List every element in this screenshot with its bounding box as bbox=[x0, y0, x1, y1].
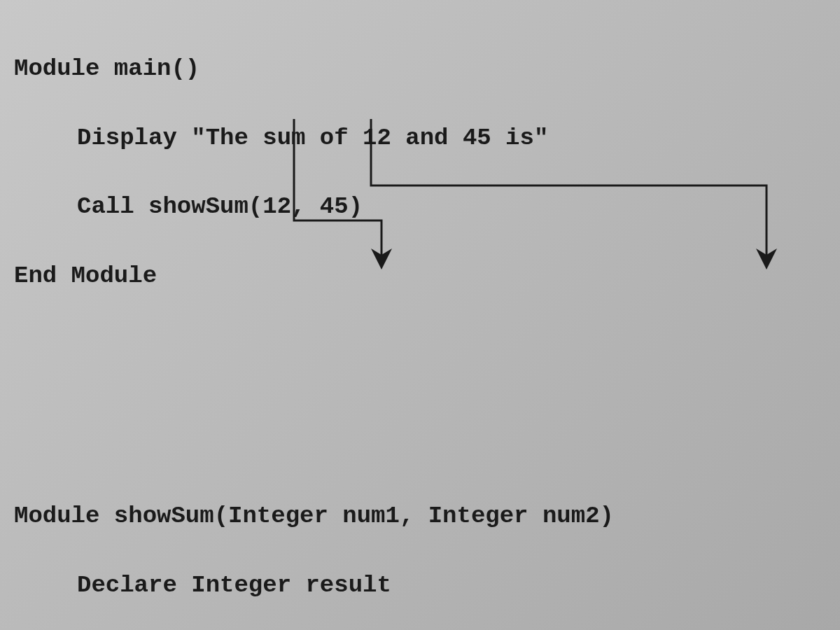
showsum-declare-line: Declare Integer result bbox=[14, 568, 826, 603]
main-header: Module main() bbox=[14, 52, 826, 86]
main-display-line: Display "The sum of 12 and 45 is" bbox=[14, 121, 826, 155]
main-end: End Module bbox=[14, 259, 826, 293]
main-module-block: Module main() Display "The sum of 12 and… bbox=[14, 18, 826, 328]
showsum-module-block: Module showSum(Integer num1, Integer num… bbox=[14, 465, 826, 630]
main-call-line: Call showSum(12, 45) bbox=[14, 190, 826, 224]
showsum-header: Module showSum(Integer num1, Integer num… bbox=[14, 499, 826, 533]
